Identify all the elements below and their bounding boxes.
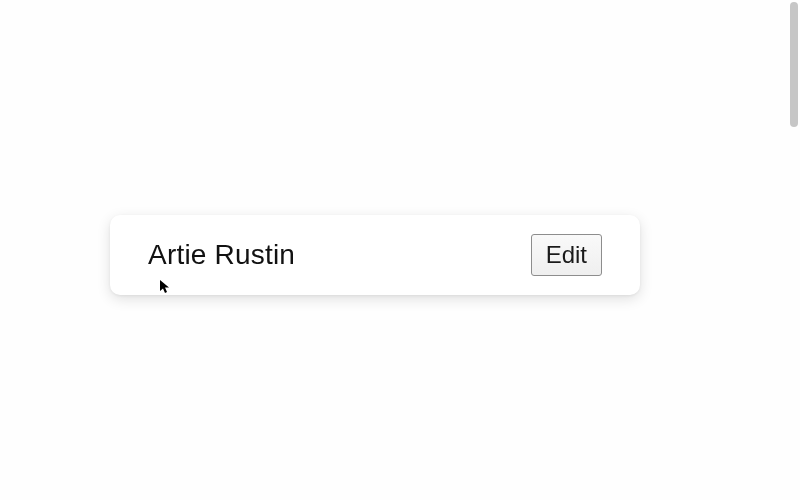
scrollbar-thumb[interactable] [790,2,798,127]
user-name: Artie Rustin [148,239,295,271]
user-card: Artie Rustin Edit [110,215,640,295]
edit-button[interactable]: Edit [531,234,602,276]
scrollbar-track[interactable] [788,0,800,500]
